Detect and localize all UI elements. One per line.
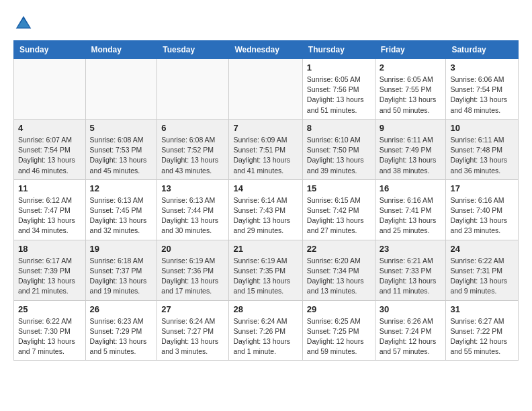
day-number: 20	[161, 244, 224, 254]
day-number: 10	[450, 123, 514, 133]
cell-content: Sunrise: 6:08 AM Sunset: 7:53 PM Dayligh…	[90, 135, 153, 176]
cell-content: Sunrise: 6:24 AM Sunset: 7:27 PM Dayligh…	[161, 316, 224, 357]
day-number: 29	[307, 304, 371, 314]
calendar-cell: 5Sunrise: 6:08 AM Sunset: 7:53 PM Daylig…	[85, 119, 157, 179]
cell-content: Sunrise: 6:10 AM Sunset: 7:50 PM Dayligh…	[307, 135, 371, 176]
calendar-cell: 7Sunrise: 6:09 AM Sunset: 7:51 PM Daylig…	[229, 119, 302, 179]
day-header-sunday: Sunday	[14, 41, 86, 59]
day-header-monday: Monday	[85, 41, 157, 59]
day-number: 9	[380, 123, 442, 133]
cell-content: Sunrise: 6:20 AM Sunset: 7:34 PM Dayligh…	[307, 256, 371, 297]
calendar-cell	[229, 59, 302, 120]
calendar-cell: 24Sunrise: 6:22 AM Sunset: 7:31 PM Dayli…	[446, 240, 519, 300]
cell-content: Sunrise: 6:16 AM Sunset: 7:41 PM Dayligh…	[380, 195, 442, 236]
day-number: 19	[90, 244, 153, 254]
cell-content: Sunrise: 6:05 AM Sunset: 7:55 PM Dayligh…	[380, 75, 442, 116]
day-number: 12	[90, 183, 153, 193]
day-number: 14	[233, 183, 298, 193]
day-header-wednesday: Wednesday	[229, 41, 302, 59]
calendar-cell: 20Sunrise: 6:19 AM Sunset: 7:36 PM Dayli…	[157, 240, 229, 300]
calendar-cell	[157, 59, 229, 120]
cell-content: Sunrise: 6:25 AM Sunset: 7:25 PM Dayligh…	[307, 316, 371, 357]
logo-icon	[13, 13, 34, 34]
calendar-cell: 6Sunrise: 6:08 AM Sunset: 7:52 PM Daylig…	[157, 119, 229, 179]
cell-content: Sunrise: 6:22 AM Sunset: 7:30 PM Dayligh…	[18, 316, 81, 357]
day-number: 15	[307, 183, 371, 193]
day-number: 17	[450, 183, 514, 193]
cell-content: Sunrise: 6:06 AM Sunset: 7:54 PM Dayligh…	[450, 75, 514, 116]
day-number: 27	[161, 304, 224, 314]
day-number: 2	[380, 62, 442, 73]
calendar-cell: 12Sunrise: 6:13 AM Sunset: 7:45 PM Dayli…	[85, 179, 157, 240]
day-header-friday: Friday	[375, 41, 446, 59]
calendar-cell: 9Sunrise: 6:11 AM Sunset: 7:49 PM Daylig…	[375, 119, 446, 179]
cell-content: Sunrise: 6:19 AM Sunset: 7:35 PM Dayligh…	[233, 256, 298, 297]
cell-content: Sunrise: 6:18 AM Sunset: 7:37 PM Dayligh…	[90, 256, 153, 297]
calendar-table: SundayMondayTuesdayWednesdayThursdayFrid…	[13, 40, 519, 361]
calendar-cell	[85, 59, 157, 120]
week-row-2: 4Sunrise: 6:07 AM Sunset: 7:54 PM Daylig…	[14, 119, 519, 179]
day-number: 1	[307, 62, 371, 73]
day-number: 24	[450, 244, 514, 254]
calendar-cell: 17Sunrise: 6:16 AM Sunset: 7:40 PM Dayli…	[446, 179, 519, 240]
calendar-cell: 15Sunrise: 6:15 AM Sunset: 7:42 PM Dayli…	[302, 179, 375, 240]
day-number: 7	[233, 123, 298, 133]
day-number: 22	[307, 244, 371, 254]
calendar-cell: 31Sunrise: 6:27 AM Sunset: 7:22 PM Dayli…	[446, 300, 519, 361]
day-number: 23	[380, 244, 442, 254]
cell-content: Sunrise: 6:16 AM Sunset: 7:40 PM Dayligh…	[450, 195, 514, 236]
week-row-4: 18Sunrise: 6:17 AM Sunset: 7:39 PM Dayli…	[14, 240, 519, 300]
calendar-cell: 18Sunrise: 6:17 AM Sunset: 7:39 PM Dayli…	[14, 240, 86, 300]
day-number: 21	[233, 244, 298, 254]
calendar-header-row: SundayMondayTuesdayWednesdayThursdayFrid…	[14, 41, 519, 59]
day-number: 28	[233, 304, 298, 314]
cell-content: Sunrise: 6:12 AM Sunset: 7:47 PM Dayligh…	[18, 195, 81, 236]
day-header-saturday: Saturday	[446, 41, 519, 59]
cell-content: Sunrise: 6:21 AM Sunset: 7:33 PM Dayligh…	[380, 256, 442, 297]
calendar-cell: 28Sunrise: 6:24 AM Sunset: 7:26 PM Dayli…	[229, 300, 302, 361]
calendar-cell: 4Sunrise: 6:07 AM Sunset: 7:54 PM Daylig…	[14, 119, 86, 179]
calendar-cell: 30Sunrise: 6:26 AM Sunset: 7:24 PM Dayli…	[375, 300, 446, 361]
calendar-cell: 3Sunrise: 6:06 AM Sunset: 7:54 PM Daylig…	[446, 59, 519, 120]
cell-content: Sunrise: 6:26 AM Sunset: 7:24 PM Dayligh…	[380, 316, 442, 357]
calendar-cell: 2Sunrise: 6:05 AM Sunset: 7:55 PM Daylig…	[375, 59, 446, 120]
logo	[13, 13, 38, 34]
day-number: 16	[380, 183, 442, 193]
calendar-cell: 14Sunrise: 6:14 AM Sunset: 7:43 PM Dayli…	[229, 179, 302, 240]
header	[13, 13, 519, 34]
cell-content: Sunrise: 6:23 AM Sunset: 7:29 PM Dayligh…	[90, 316, 153, 357]
calendar-cell	[14, 59, 86, 120]
cell-content: Sunrise: 6:14 AM Sunset: 7:43 PM Dayligh…	[233, 195, 298, 236]
calendar-cell: 11Sunrise: 6:12 AM Sunset: 7:47 PM Dayli…	[14, 179, 86, 240]
day-number: 31	[450, 304, 514, 314]
calendar-cell: 1Sunrise: 6:05 AM Sunset: 7:56 PM Daylig…	[302, 59, 375, 120]
day-number: 5	[90, 123, 153, 133]
day-number: 13	[161, 183, 224, 193]
cell-content: Sunrise: 6:15 AM Sunset: 7:42 PM Dayligh…	[307, 195, 371, 236]
day-number: 18	[18, 244, 81, 254]
week-row-5: 25Sunrise: 6:22 AM Sunset: 7:30 PM Dayli…	[14, 300, 519, 361]
week-row-1: 1Sunrise: 6:05 AM Sunset: 7:56 PM Daylig…	[14, 59, 519, 120]
day-number: 30	[380, 304, 442, 314]
day-number: 25	[18, 304, 81, 314]
calendar-cell: 21Sunrise: 6:19 AM Sunset: 7:35 PM Dayli…	[229, 240, 302, 300]
calendar-cell: 22Sunrise: 6:20 AM Sunset: 7:34 PM Dayli…	[302, 240, 375, 300]
cell-content: Sunrise: 6:19 AM Sunset: 7:36 PM Dayligh…	[161, 256, 224, 297]
cell-content: Sunrise: 6:05 AM Sunset: 7:56 PM Dayligh…	[307, 75, 371, 116]
calendar-cell: 10Sunrise: 6:11 AM Sunset: 7:48 PM Dayli…	[446, 119, 519, 179]
week-row-3: 11Sunrise: 6:12 AM Sunset: 7:47 PM Dayli…	[14, 179, 519, 240]
day-header-tuesday: Tuesday	[157, 41, 229, 59]
cell-content: Sunrise: 6:13 AM Sunset: 7:45 PM Dayligh…	[90, 195, 153, 236]
cell-content: Sunrise: 6:11 AM Sunset: 7:49 PM Dayligh…	[380, 135, 442, 176]
day-number: 3	[450, 62, 514, 73]
cell-content: Sunrise: 6:24 AM Sunset: 7:26 PM Dayligh…	[233, 316, 298, 357]
day-number: 4	[18, 123, 81, 133]
calendar-cell: 26Sunrise: 6:23 AM Sunset: 7:29 PM Dayli…	[85, 300, 157, 361]
day-number: 11	[18, 183, 81, 193]
calendar-cell: 27Sunrise: 6:24 AM Sunset: 7:27 PM Dayli…	[157, 300, 229, 361]
cell-content: Sunrise: 6:17 AM Sunset: 7:39 PM Dayligh…	[18, 256, 81, 297]
calendar-cell: 19Sunrise: 6:18 AM Sunset: 7:37 PM Dayli…	[85, 240, 157, 300]
cell-content: Sunrise: 6:11 AM Sunset: 7:48 PM Dayligh…	[450, 135, 514, 176]
calendar-body: 1Sunrise: 6:05 AM Sunset: 7:56 PM Daylig…	[14, 59, 519, 361]
cell-content: Sunrise: 6:09 AM Sunset: 7:51 PM Dayligh…	[233, 135, 298, 176]
